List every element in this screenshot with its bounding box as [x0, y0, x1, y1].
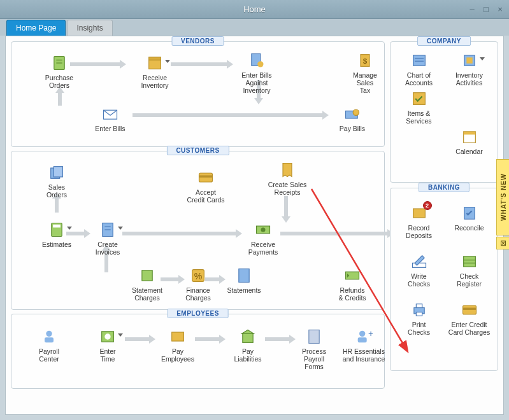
accept-credit-cards[interactable]: Accept Credit Cards [177, 168, 234, 204]
minimize-button[interactable]: – [467, 4, 477, 14]
svg-text:%: % [194, 271, 202, 281]
receive-inventory[interactable]: Receive Inventory [133, 53, 177, 89]
receive-payments[interactable]: Receive Payments [241, 220, 285, 256]
calendar-icon [459, 127, 480, 146]
manage-sales-tax[interactable]: $ Manage Sales Tax [343, 51, 387, 94]
invoice-icon [97, 220, 118, 239]
inventory-activities[interactable]: Inventory Activities [445, 51, 494, 87]
pay-employees[interactable]: Pay Employees [155, 327, 200, 363]
chart-of-accounts[interactable]: Chart of Accounts [394, 51, 443, 87]
svg-rect-43 [466, 57, 472, 63]
maximize-button[interactable]: □ [481, 4, 491, 14]
enter-time[interactable]: Enter Time [85, 327, 130, 363]
refunds-credits[interactable]: Refunds & Credits [330, 266, 375, 302]
pay-liabilities[interactable]: Pay Liabilities [226, 327, 270, 363]
svg-rect-46 [463, 132, 475, 135]
svg-point-31 [104, 333, 110, 339]
checklist-icon [409, 89, 429, 108]
print-checks[interactable]: Print Checks [394, 300, 443, 336]
close-button[interactable]: × [495, 4, 505, 14]
sales-orders[interactable]: Sales Orders [34, 163, 79, 199]
svg-rect-47 [413, 209, 425, 218]
badge: 2 [423, 201, 432, 210]
pay-bills[interactable]: Pay Bills [330, 104, 375, 132]
create-invoices[interactable]: Create Invoices [85, 220, 130, 256]
content: VENDORS Purchase Orders Receive Inventor… [5, 36, 504, 415]
svg-point-36 [359, 331, 365, 337]
svg-rect-32 [172, 332, 184, 341]
reconcile[interactable]: Reconcile [445, 204, 494, 239]
payroll-center[interactable]: Payroll Center [27, 327, 71, 363]
process-payroll-forms[interactable]: Process Payroll Forms [292, 327, 336, 370]
banking-title: BANKING [419, 183, 470, 192]
chevron-down-icon [118, 227, 123, 230]
svg-point-11 [353, 109, 359, 115]
flow-arrow [58, 92, 62, 106]
tax-icon: $ [355, 51, 375, 70]
finance-charges[interactable]: % Finance Charges [176, 266, 220, 302]
inventory-icon [459, 51, 480, 70]
calendar[interactable]: Calendar [445, 127, 494, 155]
credit-card-icon [459, 300, 480, 319]
banking-panel: BANKING 2 Record Deposits Reconcile Writ… [390, 188, 498, 371]
estimates[interactable]: Estimates [34, 220, 79, 248]
hr-essentials[interactable]: + HR Essentials and Insurance [335, 327, 392, 363]
clock-icon [97, 327, 118, 346]
svg-rect-29 [45, 337, 54, 342]
svg-rect-39 [413, 55, 425, 66]
pen-icon [409, 252, 429, 271]
bill-icon [247, 51, 267, 70]
employees-panel: EMPLOYEES Payroll Center Enter Time Pay … [11, 314, 385, 389]
svg-rect-50 [463, 256, 475, 267]
create-sales-receipts[interactable]: Create Sales Receipts [259, 160, 316, 196]
svg-point-22 [261, 228, 266, 232]
svg-rect-15 [53, 225, 61, 228]
svg-text:+: + [368, 328, 373, 339]
percent-icon: % [188, 266, 208, 285]
write-checks[interactable]: Write Checks [394, 252, 443, 288]
svg-rect-37 [358, 337, 367, 342]
items-services[interactable]: Items & Services [394, 89, 443, 125]
tabbar: Home Page Insights [0, 19, 509, 36]
svg-rect-55 [416, 312, 422, 316]
person-plus-icon: + [354, 327, 374, 346]
enter-bills-against-inventory[interactable]: Enter Bills Against Inventory [234, 51, 279, 94]
svg-text:$: $ [363, 57, 368, 65]
enter-credit-card-charges[interactable]: Enter Credit Card Charges [445, 300, 494, 336]
chevron-down-icon [165, 60, 170, 63]
company-panel: COMPANY Chart of Accounts Inventory Acti… [390, 41, 498, 183]
purchase-orders[interactable]: Purchase Orders [37, 53, 82, 89]
form-icon [304, 327, 324, 346]
svg-rect-49 [412, 263, 426, 267]
customers-panel: CUSTOMERS Sales Orders Estimates Create … [11, 151, 385, 310]
printer-icon [409, 300, 429, 319]
tab-home-page[interactable]: Home Page [6, 20, 66, 36]
svg-rect-3 [149, 60, 161, 69]
svg-rect-13 [54, 167, 62, 177]
enter-bills[interactable]: Enter Bills [88, 104, 133, 132]
paycheck-icon [168, 327, 188, 346]
whats-new-tab[interactable]: WHAT'S NEW [496, 159, 509, 235]
svg-rect-57 [462, 308, 476, 311]
box-icon [145, 53, 165, 73]
flow-arrow [55, 197, 59, 213]
svg-point-28 [46, 331, 52, 337]
statements[interactable]: Statements [222, 266, 266, 294]
check-register[interactable]: Check Register [445, 252, 494, 288]
svg-rect-54 [416, 304, 422, 308]
ledger-icon [137, 266, 157, 285]
building-icon [238, 327, 258, 346]
flow-arrow [280, 232, 389, 235]
flow-arrow [122, 232, 237, 235]
statement-charges[interactable]: Statement Charges [125, 266, 169, 302]
svg-rect-33 [243, 333, 253, 342]
envelope-icon [100, 104, 120, 123]
whats-new-close[interactable]: ⊠ [496, 237, 509, 249]
svg-marker-34 [242, 330, 254, 334]
person-icon [39, 327, 59, 346]
employees-title: EMPLOYEES [167, 309, 229, 318]
chevron-down-icon [118, 333, 123, 337]
tab-insights[interactable]: Insights [67, 20, 112, 36]
record-deposits[interactable]: 2 Record Deposits [394, 204, 443, 239]
chevron-down-icon [67, 227, 72, 230]
